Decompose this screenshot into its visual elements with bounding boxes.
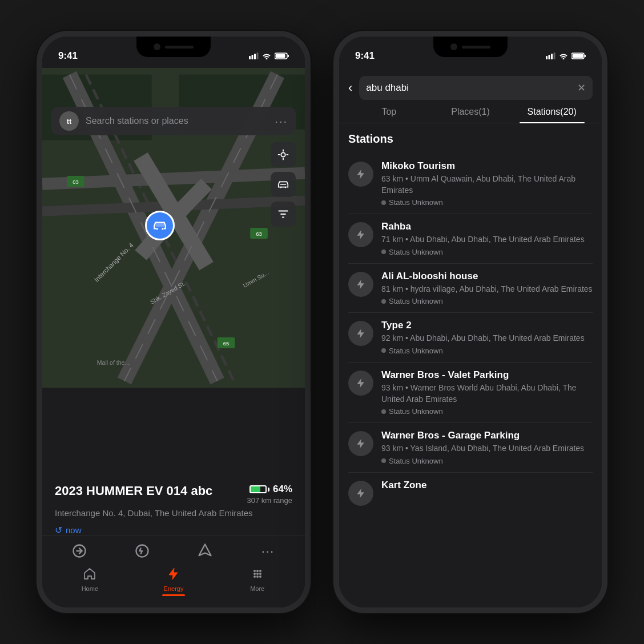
back-button[interactable]: ‹ — [348, 80, 352, 95]
station-icon-6 — [348, 481, 373, 506]
svg-rect-46 — [585, 55, 586, 57]
notch-pill — [165, 46, 194, 49]
range-text: 307 km range — [247, 496, 293, 505]
list-item[interactable]: Rahba 71 km • Abu Dhabi, Abu Dhabi, The … — [348, 214, 593, 264]
station-name-3: Type 2 — [381, 320, 593, 331]
svg-point-39 — [259, 575, 261, 578]
filter-button[interactable] — [271, 202, 296, 227]
lightning-icon-2 — [355, 279, 367, 290]
more-top-action[interactable]: ··· — [236, 543, 299, 562]
svg-rect-41 — [549, 55, 550, 59]
list-item[interactable]: Kart Zone — [348, 473, 593, 513]
user-avatar[interactable]: tt — [59, 111, 79, 131]
route-action[interactable] — [48, 543, 111, 562]
status-label-1: Status Unknown — [389, 248, 443, 256]
tab-energy[interactable]: Energy — [132, 567, 216, 596]
lightning-icon-1 — [355, 229, 367, 240]
list-item[interactable]: Warner Bros - Valet Parking 93 km • Warn… — [348, 363, 593, 423]
list-item[interactable]: Mikoko Tourism 63 km • Umm Al Quawain, A… — [348, 154, 593, 214]
status-label-2: Status Unknown — [389, 297, 443, 305]
search-input-container[interactable]: abu dhabi ✕ — [359, 76, 593, 100]
status-label-0: Status Unknown — [389, 198, 443, 207]
more-grid-icon — [251, 567, 264, 584]
svg-rect-42 — [551, 54, 553, 59]
tab-top[interactable]: Top — [348, 107, 430, 123]
status-dot-1 — [381, 249, 386, 254]
status-row-1: Status Unknown — [381, 248, 593, 256]
status-row-0: Status Unknown — [381, 198, 593, 207]
status-dot-2 — [381, 299, 386, 304]
stations-list: Stations Mikoko Tourism 63 km • Umm Al Q… — [339, 123, 602, 513]
status-row-5: Status Unknown — [381, 457, 593, 465]
tab-home[interactable]: Home — [48, 567, 132, 596]
search-query[interactable]: abu dhabi — [366, 82, 577, 94]
station-detail-2: 81 km • hydra village, Abu Dhabi, The Un… — [381, 284, 593, 295]
svg-rect-5 — [276, 54, 285, 58]
vehicle-info-panel: 2023 HUMMER EV 014 abc 64% 307 km range … — [42, 473, 305, 545]
more-options-button[interactable]: ··· — [275, 115, 288, 128]
tab-energy-label: Energy — [164, 585, 184, 592]
battery-visual — [249, 485, 269, 493]
tab-home-label: Home — [82, 585, 98, 592]
status-row-4: Status Unknown — [381, 407, 593, 416]
signal-icon — [249, 53, 259, 59]
search-screen: ‹ abu dhabi ✕ Top Places(1) Stations(20)… — [339, 68, 602, 607]
locate-button[interactable] — [271, 142, 296, 167]
svg-point-26 — [285, 187, 287, 188]
status-dot-4 — [381, 409, 386, 414]
station-name-2: Ali AL-blooshi house — [381, 271, 593, 282]
notch-2 — [433, 37, 508, 57]
status-bar-2: 9:41 — [339, 37, 602, 68]
tab-more[interactable]: More — [215, 567, 299, 596]
svg-point-28 — [156, 228, 158, 230]
svg-rect-3 — [257, 53, 259, 59]
station-icon-0 — [348, 162, 373, 187]
tab-stations[interactable]: Stations(20) — [511, 107, 593, 123]
status-dot-3 — [381, 348, 386, 353]
battery-info: 64% 307 km range — [247, 484, 293, 505]
station-detail-1: 71 km • Abu Dhabi, Abu Dhabi, The United… — [381, 234, 593, 245]
car-icon — [152, 218, 167, 233]
status-row-3: Status Unknown — [381, 347, 593, 355]
clear-button[interactable]: ✕ — [577, 82, 586, 94]
car-marker[interactable] — [145, 211, 175, 240]
battery-percentage-row: 64% — [249, 484, 292, 495]
search-header: ‹ abu dhabi ✕ — [339, 68, 602, 100]
station-detail-4: 93 km • Warner Bros World Abu Dhabi, Abu… — [381, 383, 593, 405]
charge-action[interactable] — [111, 543, 174, 562]
svg-rect-0 — [249, 56, 251, 59]
search-bar[interactable]: tt Search stations or places ··· — [51, 107, 296, 135]
signal-icon-2 — [546, 53, 556, 59]
list-item[interactable]: Type 2 92 km • Abu Dhabi, Abu Dhabi, The… — [348, 313, 593, 363]
list-item[interactable]: Ali AL-blooshi house 81 km • hydra villa… — [348, 264, 593, 313]
navigate-action[interactable] — [174, 543, 236, 562]
svg-rect-40 — [546, 56, 548, 59]
station-icon-3 — [348, 321, 373, 346]
main-tab-row: Home Energy More — [42, 566, 305, 596]
tab-places[interactable]: Places(1) — [430, 107, 512, 123]
search-tabs-row: Top Places(1) Stations(20) — [339, 100, 602, 123]
station-info-1: Rahba 71 km • Abu Dhabi, Abu Dhabi, The … — [381, 221, 593, 256]
station-name-0: Mikoko Tourism — [381, 160, 593, 172]
stations-section-title: Stations — [348, 132, 593, 146]
station-info-2: Ali AL-blooshi house 81 km • hydra villa… — [381, 271, 593, 306]
more-top-icon: ··· — [261, 543, 274, 559]
station-info-3: Type 2 92 km • Abu Dhabi, Abu Dhabi, The… — [381, 320, 593, 355]
station-name-6: Kart Zone — [381, 480, 593, 491]
lightning-icon-5 — [355, 438, 367, 449]
vehicle-location: Interchange No. 4, Dubai, The United Ara… — [55, 507, 292, 519]
map-view[interactable]: 03 65 63 Interchange No. 4 Shk. Zayed St… — [42, 68, 305, 388]
notch-pill-2 — [462, 46, 490, 49]
phone-search: 9:41 — [333, 31, 607, 613]
svg-point-33 — [259, 570, 261, 572]
lightning-icon-6 — [355, 488, 367, 499]
svg-rect-27 — [155, 223, 164, 227]
svg-point-36 — [259, 573, 261, 575]
list-item[interactable]: Warner Bros - Garage Parking 93 km • Yas… — [348, 423, 593, 473]
notch-camera-2 — [450, 43, 457, 50]
battery-icon — [275, 53, 289, 59]
car-view-button[interactable] — [271, 172, 296, 197]
navigate-icon — [197, 543, 213, 562]
station-detail-0: 63 km • Umm Al Quawain, Abu Dhabi, The U… — [381, 174, 593, 196]
search-placeholder[interactable]: Search stations or places — [86, 116, 268, 126]
